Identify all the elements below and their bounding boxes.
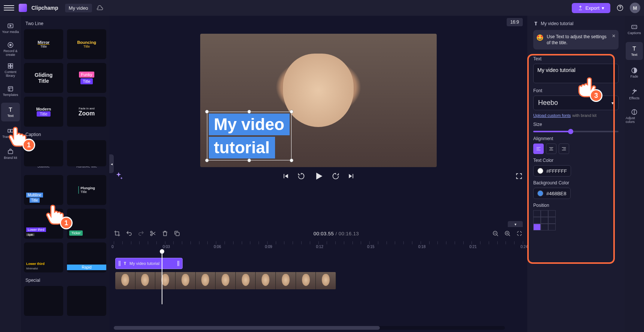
crop-button[interactable] bbox=[114, 230, 120, 237]
svg-point-12 bbox=[150, 231, 152, 233]
forward-button[interactable] bbox=[332, 172, 339, 180]
resize-handle[interactable] bbox=[290, 110, 293, 114]
menu-icon[interactable] bbox=[4, 3, 14, 13]
rail-content-library[interactable]: Content library bbox=[1, 61, 20, 79]
export-button[interactable]: Export ▾ bbox=[572, 3, 610, 13]
align-center-button[interactable] bbox=[546, 144, 556, 154]
text-color-button[interactable]: #FFFFFF bbox=[533, 165, 571, 176]
scrollbar-thumb[interactable] bbox=[114, 326, 380, 330]
template-rapid[interactable]: Rapid bbox=[67, 242, 106, 272]
rrail-label: Captions bbox=[628, 31, 641, 35]
playhead[interactable] bbox=[162, 252, 162, 304]
aspect-ratio-button[interactable]: 16:9 bbox=[507, 18, 523, 26]
template-funky[interactable]: FunkyTitle bbox=[67, 63, 106, 93]
svg-rect-10 bbox=[11, 129, 13, 132]
slider-knob[interactable] bbox=[568, 129, 573, 134]
play-button[interactable] bbox=[313, 171, 324, 181]
timeline-scrollbar[interactable] bbox=[114, 326, 505, 330]
project-name[interactable]: My video bbox=[65, 4, 92, 12]
fullscreen-button[interactable] bbox=[515, 172, 523, 180]
rrail-text[interactable]: Text bbox=[626, 42, 643, 60]
upload-hint: with brand kit bbox=[572, 113, 596, 118]
rrail-effects[interactable]: Effects bbox=[626, 85, 643, 103]
template-gliding[interactable]: GlidingTitle bbox=[24, 63, 63, 93]
rail-transitions[interactable]: Transitions bbox=[1, 124, 20, 142]
template-special-1[interactable] bbox=[24, 286, 63, 316]
help-button[interactable] bbox=[615, 3, 625, 13]
template-lower-third-split[interactable]: Lower thirdSplit bbox=[24, 209, 63, 239]
upload-fonts-link[interactable]: Upload custom fonts bbox=[533, 113, 571, 118]
tip-close-button[interactable]: ✕ bbox=[612, 33, 616, 39]
resize-handle[interactable] bbox=[290, 159, 293, 162]
rrail-adjust-colors[interactable]: Adjust colors bbox=[626, 107, 643, 125]
timeline-ruler[interactable] bbox=[114, 241, 523, 250]
rewind-button[interactable] bbox=[297, 172, 305, 180]
rail-label: Brand kit bbox=[4, 156, 17, 160]
brandkit-icon bbox=[7, 148, 14, 155]
transitions-icon bbox=[7, 127, 14, 134]
pos-ml[interactable] bbox=[533, 217, 541, 224]
zoom-out-button[interactable] bbox=[492, 230, 499, 237]
pos-tr[interactable] bbox=[548, 210, 556, 217]
skip-back-button[interactable] bbox=[282, 172, 289, 180]
ai-effects-button[interactable] bbox=[114, 171, 123, 181]
resize-handle[interactable] bbox=[247, 110, 251, 114]
size-slider[interactable] bbox=[533, 131, 619, 132]
pos-mr[interactable] bbox=[548, 217, 556, 224]
pos-tc[interactable] bbox=[541, 210, 548, 217]
text-icon bbox=[123, 261, 127, 266]
font-select[interactable]: Heebo ▾ bbox=[533, 96, 619, 110]
pos-bl[interactable] bbox=[533, 224, 541, 230]
redo-button[interactable] bbox=[138, 230, 144, 237]
align-right-button[interactable] bbox=[559, 144, 569, 154]
resize-handle[interactable] bbox=[247, 159, 251, 162]
template-plunging[interactable]: PlungingTitle bbox=[67, 175, 106, 205]
brand-logo bbox=[19, 4, 27, 12]
video-clip[interactable] bbox=[115, 272, 336, 289]
record-icon bbox=[7, 42, 14, 48]
resize-handle[interactable] bbox=[205, 110, 209, 114]
template-multiline[interactable]: MultilineTitle bbox=[24, 175, 63, 205]
clip-trim-right[interactable] bbox=[177, 261, 179, 266]
text-icon bbox=[533, 21, 538, 26]
chevron-down-icon: ▾ bbox=[515, 222, 516, 226]
rail-your-media[interactable]: Your media bbox=[1, 19, 20, 37]
pos-bc[interactable] bbox=[541, 224, 548, 230]
video-preview[interactable]: My video tutorial bbox=[200, 34, 437, 167]
pos-br[interactable] bbox=[548, 224, 556, 230]
title-overlay[interactable]: My video tutorial bbox=[207, 112, 292, 160]
rrail-fade[interactable]: Fade bbox=[626, 64, 643, 82]
text-clip[interactable]: My video tutorial bbox=[115, 258, 183, 269]
delete-button[interactable] bbox=[162, 230, 168, 237]
template-bouncing[interactable]: BouncingTitle bbox=[67, 29, 106, 59]
template-subtitle[interactable] bbox=[24, 140, 63, 166]
split-button[interactable] bbox=[150, 230, 156, 237]
fit-button[interactable] bbox=[516, 230, 523, 237]
template-fade-zoom[interactable]: Fade in andZoom bbox=[67, 97, 106, 127]
template-lower-third-minimalist[interactable]: Lower thirdMinimalist bbox=[24, 242, 63, 272]
duplicate-button[interactable] bbox=[174, 230, 180, 237]
skip-forward-button[interactable] bbox=[348, 172, 355, 180]
template-mirror[interactable]: MirrorTitle bbox=[24, 29, 63, 59]
rail-templates[interactable]: Templates bbox=[1, 82, 20, 100]
align-left-button[interactable] bbox=[533, 144, 544, 154]
template-karaoke[interactable] bbox=[67, 140, 106, 166]
template-special-2[interactable] bbox=[67, 286, 106, 316]
pos-mc[interactable] bbox=[541, 217, 548, 224]
text-content-input[interactable] bbox=[533, 64, 619, 83]
rail-text[interactable]: Text bbox=[1, 103, 20, 121]
user-avatar[interactable]: M bbox=[630, 3, 640, 13]
rail-brand-kit[interactable]: Brand kit bbox=[1, 145, 20, 163]
resize-handle[interactable] bbox=[205, 159, 209, 162]
template-modern[interactable]: ModernTitle bbox=[24, 97, 63, 127]
rail-record-create[interactable]: Record & create bbox=[1, 40, 20, 58]
clip-trim-left[interactable] bbox=[119, 261, 120, 266]
bg-color-button[interactable]: #468BE8 bbox=[533, 188, 571, 199]
timeline-fold-button[interactable]: ▾ bbox=[508, 221, 523, 227]
rrail-captions[interactable]: Captions bbox=[626, 20, 643, 38]
template-ticker[interactable]: Ticker bbox=[67, 209, 106, 239]
position-label: Position bbox=[533, 203, 619, 208]
zoom-in-button[interactable] bbox=[504, 230, 511, 237]
undo-button[interactable] bbox=[126, 230, 132, 237]
pos-tl[interactable] bbox=[533, 210, 541, 217]
